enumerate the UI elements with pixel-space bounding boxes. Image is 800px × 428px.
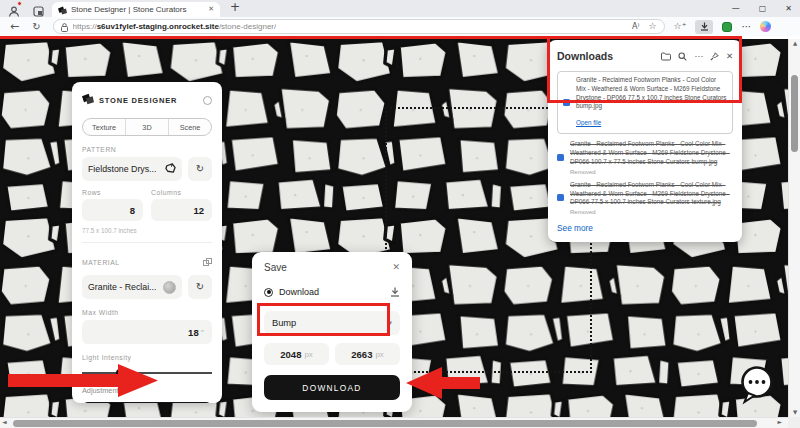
tab-strip: Stone Designer | Stone Curators ✕ + — ▢ … <box>0 0 800 17</box>
pattern-dimensions: 77.5 x 100.7 inches <box>82 227 212 234</box>
browser-toolbar: ← ↻ https://s6uv1fylef-staging.onrocket.… <box>0 17 800 36</box>
settings-menu-icon[interactable]: ⋯ <box>741 22 751 32</box>
material-swap-icon[interactable] <box>203 253 212 271</box>
see-more-link[interactable]: See more <box>557 223 733 233</box>
new-tab-button[interactable]: + <box>230 1 240 13</box>
save-button[interactable]: SAVE <box>82 402 212 403</box>
chat-widget[interactable] <box>737 364 777 410</box>
horizontal-scrollbar[interactable]: ◄ ► <box>0 417 788 428</box>
scrollbar-corner <box>788 417 800 428</box>
browser-window: Stone Designer | Stone Curators ✕ + — ▢ … <box>0 0 800 428</box>
stone-shape-icon <box>165 160 176 178</box>
url-text: https://s6uv1fylef-staging.onrocket.site… <box>73 22 277 31</box>
download-radio[interactable] <box>264 288 273 297</box>
scroll-down-icon[interactable]: ▼ <box>789 410 800 416</box>
download-option-label: Download <box>279 287 319 297</box>
rows-label: Rows <box>82 189 143 196</box>
vertical-scrollbar-thumb[interactable] <box>791 75 798 152</box>
scroll-right-icon[interactable]: ► <box>777 419 782 425</box>
format-select[interactable]: Bump ▾ <box>264 311 400 335</box>
save-dialog-title: Save <box>264 262 287 273</box>
extension-icon[interactable] <box>722 22 732 32</box>
site-favicon <box>58 1 67 19</box>
profile-icon[interactable] <box>8 3 20 14</box>
tab-title: Stone Designer | Stone Curators <box>71 5 204 14</box>
file-icon <box>557 194 564 201</box>
material-label: MATERIAL <box>82 259 120 266</box>
download-file-name: Granite - Reclaimed Footworn Planks - Co… <box>576 76 727 111</box>
material-select[interactable]: Granite - Reclai... <box>82 275 182 299</box>
page-viewport: STONE DESIGNER Texture 3D Scene PATTERN … <box>0 39 800 428</box>
material-refresh-icon[interactable]: ↻ <box>188 275 212 299</box>
tab-texture[interactable]: Texture <box>83 119 125 135</box>
reload-icon[interactable]: ↻ <box>32 22 40 32</box>
download-status: Removed <box>570 169 733 175</box>
panel-title: STONE DESIGNER <box>99 96 177 105</box>
download-icon <box>390 283 400 301</box>
back-icon[interactable]: ← <box>10 21 19 32</box>
tab-close-icon[interactable]: ✕ <box>208 6 214 13</box>
material-swatch <box>163 281 176 294</box>
open-file-link[interactable]: Open file <box>576 119 601 126</box>
notification-dot <box>17 1 22 6</box>
file-icon <box>563 99 570 106</box>
lock-icon[interactable] <box>61 18 68 36</box>
adjustments-label[interactable]: Adjustments <box>82 386 212 395</box>
light-intensity-slider[interactable] <box>82 369 212 377</box>
annotation-red-line <box>0 36 742 39</box>
tab-scene[interactable]: Scene <box>168 119 211 135</box>
download-item[interactable]: Granite - Reclaimed Footworn Planks - Co… <box>557 140 733 174</box>
favorites-bar-icon[interactable]: ☆⁺ <box>674 22 687 31</box>
tab-3d[interactable]: 3D <box>125 119 168 135</box>
dialog-close-icon[interactable]: ✕ <box>392 263 400 272</box>
pattern-refresh-icon[interactable]: ↻ <box>188 157 212 181</box>
open-folder-icon[interactable] <box>661 47 671 65</box>
downloads-button[interactable] <box>695 20 713 34</box>
max-width-input[interactable]: 18" <box>82 320 212 344</box>
download-button[interactable]: DOWNLOAD <box>264 375 400 400</box>
columns-label: Columns <box>151 189 212 196</box>
minimize-icon[interactable]: — <box>732 5 740 13</box>
popup-close-icon[interactable]: ✕ <box>726 52 733 61</box>
window-close-icon[interactable]: ✕ <box>785 5 792 13</box>
rows-input[interactable]: 8 <box>82 199 143 221</box>
pin-icon[interactable] <box>710 47 719 65</box>
stone-designer-panel: STONE DESIGNER Texture 3D Scene PATTERN … <box>72 82 222 403</box>
light-intensity-label: Light Intensity <box>82 354 212 361</box>
more-options-icon[interactable]: ⋯ <box>694 52 703 61</box>
scroll-left-icon[interactable]: ◄ <box>2 419 7 425</box>
slider-knob[interactable] <box>116 369 124 377</box>
address-bar[interactable]: https://s6uv1fylef-staging.onrocket.site… <box>53 19 665 34</box>
copilot-icon[interactable] <box>760 21 771 32</box>
stone-designer-logo <box>82 91 94 109</box>
downloads-popup: Downloads ⋯ ✕ <box>548 40 742 242</box>
download-status: Removed <box>570 209 733 215</box>
maximize-icon[interactable]: ▢ <box>759 5 767 13</box>
view-tabs: Texture 3D Scene <box>82 118 212 136</box>
horizontal-scrollbar-thumb[interactable] <box>13 420 757 427</box>
downloads-title: Downloads <box>557 50 613 62</box>
columns-input[interactable]: 12 <box>151 199 212 221</box>
slider-track <box>82 372 212 374</box>
read-aloud-icon[interactable]: A⁾ <box>632 23 639 31</box>
vertical-scrollbar[interactable]: ▲ ▼ <box>788 39 800 417</box>
max-width-label: Max Width <box>82 309 212 316</box>
download-item[interactable]: Granite - Reclaimed Footworn Planks - Co… <box>557 71 733 134</box>
download-file-name: Granite - Reclaimed Footworn Planks - Co… <box>570 140 733 166</box>
height-input[interactable]: 2663 px <box>335 343 400 365</box>
browser-tab[interactable]: Stone Designer | Stone Curators ✕ <box>52 2 220 17</box>
gear-icon[interactable] <box>203 96 212 105</box>
chevron-down-icon: ▾ <box>388 320 392 327</box>
scroll-up-icon[interactable]: ▲ <box>789 41 800 47</box>
pattern-select[interactable]: Fieldstone Drys... <box>82 157 182 181</box>
favorite-star-icon[interactable]: ☆ <box>649 22 657 31</box>
download-item[interactable]: Granite - Reclaimed Footworn Planks - Co… <box>557 181 733 215</box>
search-icon[interactable] <box>678 47 687 65</box>
file-icon <box>557 154 564 161</box>
width-input[interactable]: 2048 px <box>264 343 329 365</box>
download-file-name: Granite - Reclaimed Footworn Planks - Co… <box>570 181 733 207</box>
save-dialog: Save ✕ Download Bump ▾ 2048 px <box>252 252 412 412</box>
pattern-label: PATTERN <box>82 146 212 153</box>
